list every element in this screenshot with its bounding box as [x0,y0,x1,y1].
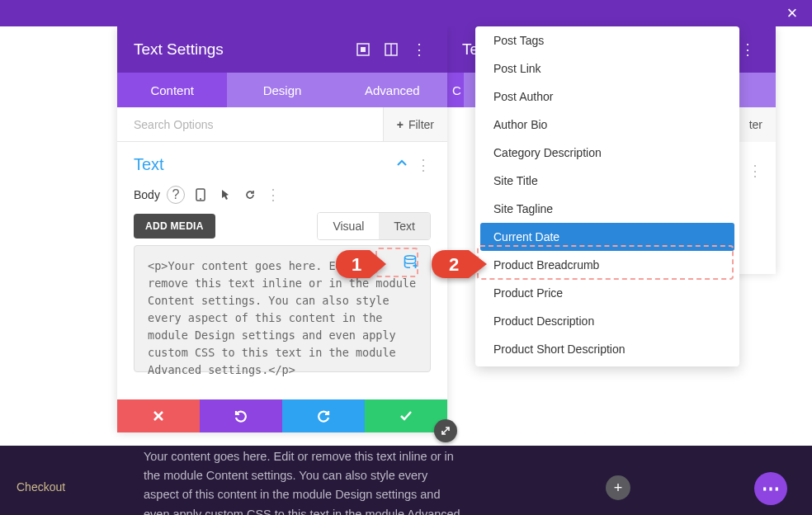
more-icon[interactable]: ⋮ [408,38,431,61]
background-body-text: Your content goes here. Edit or remove t… [144,447,465,515]
option-site-tagline[interactable]: Site Tagline [475,195,739,223]
filter-label: Filter [408,118,434,131]
hover-cursor-icon[interactable] [216,186,234,204]
columns-icon[interactable] [380,38,403,61]
svg-rect-5 [361,47,366,52]
tab-content-right[interactable]: C [446,73,464,107]
add-media-button[interactable]: ADD MEDIA [134,214,215,239]
option-post-tags[interactable]: Post Tags [475,26,739,54]
expand-icon[interactable] [352,38,375,61]
filter-button-right[interactable]: ter [736,107,776,142]
callout-1: 1 [333,248,388,281]
undo-button[interactable] [200,399,282,432]
reset-icon[interactable] [241,186,259,204]
redo-button[interactable] [282,399,365,432]
tab-design[interactable]: Design [227,73,337,107]
option-current-date[interactable]: Current Date [480,223,734,251]
svg-line-15 [442,428,449,434]
svg-point-9 [200,198,201,200]
option-author-bio[interactable]: Author Bio [475,111,739,139]
editor-tab-text[interactable]: Text [379,213,430,239]
section-options-icon[interactable]: ⋮ [416,158,431,172]
option-product-short-description[interactable]: Product Short Description [475,335,739,363]
section-options-icon[interactable]: ⋮ [748,162,762,180]
settings-tabs: Content Design Advanced [117,73,447,107]
dynamic-content-menu: Post TagsPost LinkPost AuthorAuthor BioC… [475,26,739,366]
close-icon[interactable]: × [786,7,799,20]
page-options-button[interactable]: ⋯ [754,472,787,505]
editor-tab-visual[interactable]: Visual [318,213,379,239]
callout-2: 2 [429,248,489,281]
panel-title: Text Settings [134,40,347,59]
add-section-button[interactable]: + [606,475,630,500]
left-text-settings-panel: Text Settings ⋮ Content Design Advanced … [117,26,447,432]
plus-icon: + [397,118,404,131]
filter-label: ter [749,118,762,131]
resize-handle[interactable] [434,419,457,442]
svg-text:2: 2 [449,254,459,275]
tab-advanced[interactable]: Advanced [338,73,447,107]
option-product-breadcrumb[interactable]: Product Breadcrumb [475,251,739,279]
more-icon[interactable]: ⋮ [736,38,759,61]
option-product-price[interactable]: Product Price [475,279,739,307]
checkout-label: Checkout [17,480,65,494]
svg-text:1: 1 [352,254,361,275]
mobile-icon[interactable] [191,186,210,204]
option-post-author[interactable]: Post Author [475,83,739,111]
option-post-link[interactable]: Post Link [475,54,739,83]
option-category-description[interactable]: Category Description [475,139,739,167]
filter-button[interactable]: + Filter [383,107,447,141]
dynamic-content-icon[interactable] [400,251,422,272]
option-product-description[interactable]: Product Description [475,307,739,335]
section-title-text: Text [134,155,164,174]
page-bottom-strip: Checkout Your content goes here. Edit or… [0,446,812,515]
svg-point-10 [405,256,416,260]
help-icon[interactable]: ? [167,186,185,204]
collapse-icon[interactable] [396,158,408,172]
option-site-title[interactable]: Site Title [475,167,739,195]
tab-content[interactable]: Content [117,73,227,107]
body-label: Body [134,188,160,201]
discard-button[interactable] [117,399,200,432]
search-options-input[interactable] [117,107,383,141]
body-options-icon[interactable]: ⋮ [266,186,281,204]
